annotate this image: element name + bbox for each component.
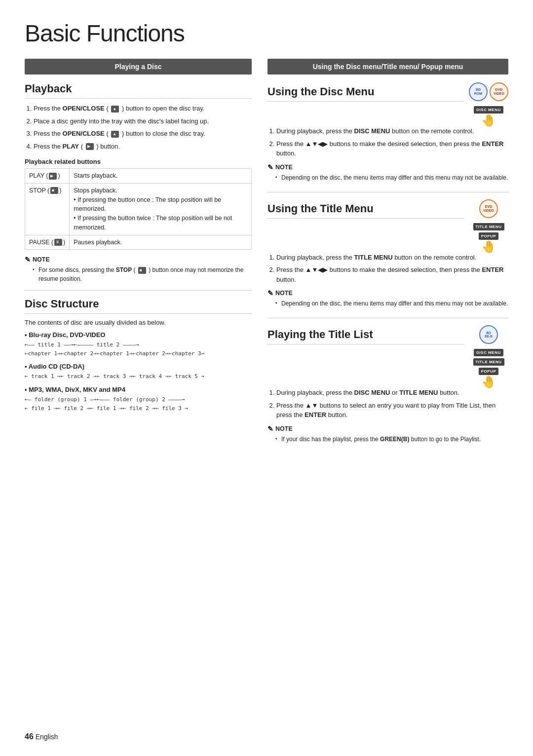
- disc-mp3-diagram: ←— folder (group) 1 —→←——— folder (group…: [25, 395, 252, 413]
- page-number: 46: [25, 732, 34, 741]
- dvd-video-icon: DVDVIDEO: [490, 82, 508, 101]
- disc-menu-section: Using the Disc Menu BDROM DVDVIDEO DISC …: [267, 82, 508, 182]
- remote-hand-icon3: 🤚: [481, 376, 496, 388]
- title-menu-step-1: During playback, press the TITLE MENU bu…: [276, 253, 508, 263]
- disc-structure-section: Disc Structure The contents of disc are …: [25, 298, 252, 413]
- note-header: ✎ NOTE: [25, 256, 252, 264]
- disc-menu-title: Using the Disc Menu: [267, 85, 464, 102]
- table-row: STOP () Stops playback. • If pressing th…: [25, 183, 252, 235]
- disc-bluray-diagram: ←—— title 1 ——→←————— title 2 ————→ ←cha…: [25, 340, 252, 358]
- title-menu-title: Using the Title Menu: [267, 202, 464, 219]
- bd-re-r-icon: BDRE-R: [479, 325, 498, 344]
- note-header: ✎ NOTE: [267, 163, 508, 171]
- title-menu-section: Using the Title Menu DVDVIDEO TITLE MENU…: [267, 199, 508, 308]
- title-list-title-menu-label: TITLE MENU: [473, 358, 504, 366]
- disc-cd-diagram: ← track 1 →← track 2 →← track 3 →← track…: [25, 372, 252, 381]
- disc-menu-remote-label: DISC MENU: [474, 106, 503, 113]
- title-list-popup-label: POPUP: [479, 368, 499, 375]
- disc-structure-intro: The contents of disc are usually divided…: [25, 319, 252, 326]
- title-menu-step-2: Press the ▲▼◀▶ buttons to make the desir…: [276, 265, 508, 284]
- playback-step-4: Press the PLAY ( ) button.: [34, 142, 252, 151]
- button-pause-label: PAUSE (): [25, 235, 70, 250]
- right-section-header: Using the Disc menu/Title menu/ Popup me…: [267, 59, 508, 75]
- note-icon: ✎: [25, 256, 31, 264]
- note-content: For some discs, pressing the STOP ( ) bu…: [25, 265, 252, 283]
- note-label: NOTE: [33, 256, 50, 263]
- buttons-table: PLAY () Starts playback. STOP () Stops p…: [25, 168, 252, 250]
- button-stop-label: STOP (): [25, 183, 70, 235]
- disc-cd-label: Audio CD (CD-DA): [25, 363, 252, 370]
- note-item: Depending on the disc, the menu items ma…: [275, 173, 508, 182]
- note-label: NOTE: [275, 290, 293, 297]
- disc-bluray-label: Blu-ray Disc, DVD-VIDEO: [25, 331, 252, 339]
- title-list-title: Playing the Title List: [267, 328, 464, 344]
- note-content: Depending on the disc, the menu items ma…: [267, 173, 508, 182]
- remote-hand-icon2: 🤚: [481, 241, 496, 253]
- remote-hand-icon: 🤚: [481, 114, 496, 126]
- disc-menu-note: ✎ NOTE Depending on the disc, the menu i…: [267, 163, 508, 182]
- note-item: Depending on the disc, the menu items ma…: [275, 299, 508, 308]
- note-content: Depending on the disc, the menu items ma…: [267, 299, 508, 308]
- note-label: NOTE: [275, 164, 293, 171]
- note-header: ✎ NOTE: [267, 289, 508, 297]
- title-list-disc-menu-label: DISC MENU: [474, 349, 503, 356]
- title-list-step-2: Press the ▲▼ buttons to select an entry …: [276, 401, 508, 420]
- playback-steps: Press the OPEN/CLOSE ( ) button to open …: [25, 104, 252, 151]
- footer-language: English: [36, 733, 58, 741]
- playback-step-3: Press the OPEN/CLOSE ( ) button to close…: [34, 129, 252, 139]
- title-list-steps: During playback, press the DISC MENU or …: [267, 388, 508, 420]
- button-play-label: PLAY (): [25, 169, 70, 184]
- table-row: PLAY () Starts playback.: [25, 169, 252, 184]
- dvd-video-icon2: DVDVIDEO: [479, 199, 498, 218]
- title-menu-steps: During playback, press the TITLE MENU bu…: [267, 253, 508, 285]
- title-list-note: ✎ NOTE If your disc has the playlist, pr…: [267, 425, 508, 444]
- left-section-header: Playing a Disc: [25, 59, 252, 75]
- note-header: ✎ NOTE: [267, 425, 508, 433]
- title-menu-note: ✎ NOTE Depending on the disc, the menu i…: [267, 289, 508, 308]
- bd-rom-icon: BDROM: [469, 82, 488, 101]
- title-list-step-1: During playback, press the DISC MENU or …: [276, 388, 508, 398]
- page-title: Basic Functions: [25, 20, 508, 47]
- playback-step-2: Place a disc gently into the tray with t…: [34, 116, 252, 126]
- title-menu-remote-label: TITLE MENU: [473, 223, 504, 230]
- note-item: If your disc has the playlist, press the…: [275, 435, 508, 444]
- note-item: For some discs, pressing the STOP ( ) bu…: [33, 265, 252, 283]
- buttons-subtitle: Playback related buttons: [25, 158, 252, 165]
- button-stop-desc: Stops playback. • If pressing the button…: [70, 183, 252, 235]
- title-list-section: Playing the Title List BDRE-R DISC MENU …: [267, 325, 508, 444]
- disc-structure-title: Disc Structure: [25, 298, 252, 314]
- button-play-desc: Starts playback.: [70, 169, 252, 184]
- note-content: If your disc has the playlist, press the…: [267, 435, 508, 444]
- popup-remote-label: POPUP: [479, 232, 499, 240]
- disc-menu-steps: During playback, press the DISC MENU but…: [267, 126, 508, 158]
- disc-menu-step-2: Press the ▲▼◀▶ buttons to make the desir…: [276, 139, 508, 158]
- disc-mp3-label: MP3, WMA, DivX, MKV and MP4: [25, 386, 252, 393]
- playback-step-1: Press the OPEN/CLOSE ( ) button to open …: [34, 104, 252, 113]
- note-label: NOTE: [275, 425, 293, 432]
- playback-title: Playback: [25, 82, 252, 99]
- footer: 46 English: [25, 732, 58, 741]
- table-row: PAUSE () Pauses playback.: [25, 235, 252, 250]
- playback-note: ✎ NOTE For some discs, pressing the STOP…: [25, 256, 252, 283]
- button-pause-desc: Pauses playback.: [70, 235, 252, 250]
- disc-menu-step-1: During playback, press the DISC MENU but…: [276, 126, 508, 136]
- playback-section: Playback Press the OPEN/CLOSE ( ) button…: [25, 82, 252, 283]
